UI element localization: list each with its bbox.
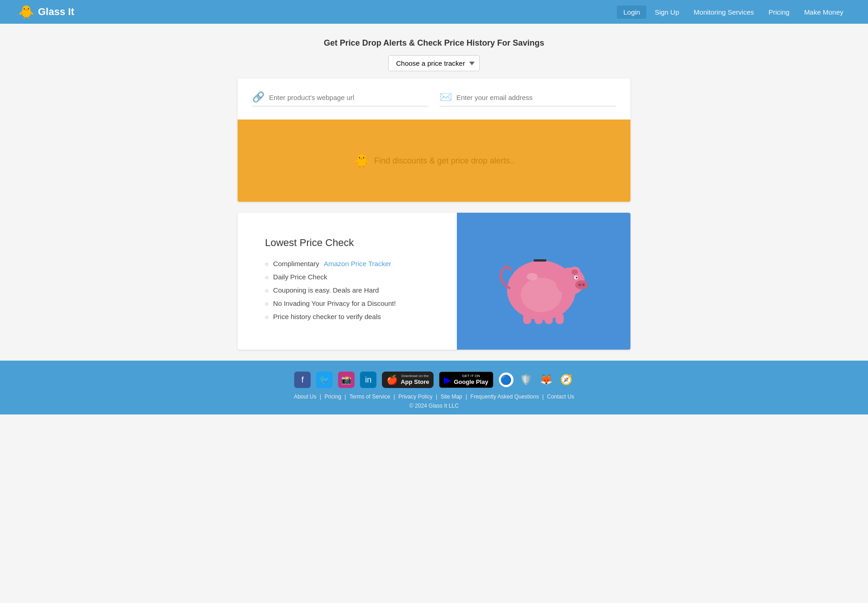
logo-text: Glass It xyxy=(38,6,74,18)
input-row: 🔗 ✉️ xyxy=(238,79,630,120)
svg-rect-14 xyxy=(556,313,564,324)
svg-point-9 xyxy=(576,277,577,278)
svg-point-5 xyxy=(575,280,588,289)
navbar: 🐥 Glass It Login Sign Up Monitoring Serv… xyxy=(0,0,868,24)
footer-copyright: © 2024 Glass It LLC xyxy=(9,403,859,409)
list-item: Daily Price Check xyxy=(265,273,439,281)
features-list: Complimentary Amazon Price Tracker Daily… xyxy=(265,260,439,326)
footer-links: About Us | Pricing | Terms of Service | … xyxy=(9,393,859,400)
url-input-group: 🔗 xyxy=(252,91,429,106)
footer-tos[interactable]: Terms of Service xyxy=(349,393,390,400)
footer: f 🐦 📸 in 🍎 Download on the App Store ▶ G… xyxy=(0,361,868,414)
svg-point-15 xyxy=(527,273,538,280)
footer-about[interactable]: About Us xyxy=(294,393,316,400)
svg-rect-10 xyxy=(534,259,546,262)
nav-links: Login Sign Up Monitoring Services Pricin… xyxy=(617,5,850,19)
nav-login[interactable]: Login xyxy=(617,5,646,19)
browser-icon-1: 🔵 xyxy=(499,372,513,387)
browser-icon-2: 🛡️ xyxy=(519,372,534,387)
list-item: Complimentary Amazon Price Tracker xyxy=(265,260,439,267)
footer-faq[interactable]: Frequently Asked Questions xyxy=(471,393,539,400)
footer-pricing[interactable]: Pricing xyxy=(324,393,341,400)
svg-point-7 xyxy=(582,283,585,286)
email-icon: ✉️ xyxy=(439,91,452,103)
banner-icon: 🐥 xyxy=(354,153,370,168)
facebook-icon[interactable]: f xyxy=(294,372,311,388)
footer-sitemap[interactable]: Site Map xyxy=(440,393,462,400)
footer-social: f 🐦 📸 in 🍎 Download on the App Store ▶ G… xyxy=(9,372,859,388)
features-left: Lowest Price Check Complimentary Amazon … xyxy=(238,213,457,350)
svg-point-6 xyxy=(578,283,581,286)
tracker-select[interactable]: Choose a price tracker Amazon eBay Walma… xyxy=(388,55,480,71)
svg-rect-12 xyxy=(535,315,543,324)
browser-icon-4: 🧭 xyxy=(559,372,574,387)
footer-contact[interactable]: Contact Us xyxy=(547,393,574,400)
amazon-tracker-link[interactable]: Amazon Price Tracker xyxy=(324,260,392,267)
nav-signup[interactable]: Sign Up xyxy=(648,5,685,19)
svg-rect-13 xyxy=(545,315,553,324)
googleplay-badge[interactable]: ▶ GET IT ON Google Play xyxy=(439,372,493,388)
feature-text-2: Couponing is easy. Deals are Hard xyxy=(273,286,379,294)
nav-pricing[interactable]: Pricing xyxy=(762,5,796,19)
instagram-icon[interactable]: 📸 xyxy=(338,372,355,388)
footer-privacy[interactable]: Privacy Policy xyxy=(398,393,433,400)
hero-title: Get Price Drop Alerts & Check Price Hist… xyxy=(9,38,859,48)
nav-makemoney[interactable]: Make Money xyxy=(798,5,850,19)
orange-banner: 🐥 Find discounts & get price drop alerts… xyxy=(238,120,630,202)
browser-icon-3: 🦊 xyxy=(539,372,554,387)
features-card: Lowest Price Check Complimentary Amazon … xyxy=(238,213,630,350)
feature-text-0: Complimentary xyxy=(273,260,319,267)
list-item: Price history checker to verify deals xyxy=(265,313,439,320)
features-right xyxy=(457,213,630,350)
nav-monitoring[interactable]: Monitoring Services xyxy=(688,5,761,19)
linkedin-icon[interactable]: in xyxy=(360,372,376,388)
twitter-icon[interactable]: 🐦 xyxy=(316,372,333,388)
logo-icon: 🐥 xyxy=(18,5,34,20)
piggy-bank-image xyxy=(493,236,594,327)
feature-text-1: Daily Price Check xyxy=(273,273,327,281)
form-card: 🔗 ✉️ 🐥 Find discounts & get price drop a… xyxy=(238,79,630,202)
feature-text-4: Price history checker to verify deals xyxy=(273,313,381,320)
url-icon: 🔗 xyxy=(252,91,265,103)
list-item: No Invading Your Privacy for a Discount! xyxy=(265,299,439,307)
url-input[interactable] xyxy=(269,94,429,101)
appstore-badge[interactable]: 🍎 Download on the App Store xyxy=(382,372,434,388)
logo[interactable]: 🐥 Glass It xyxy=(18,5,74,20)
list-item: Couponing is easy. Deals are Hard xyxy=(265,286,439,294)
hero-section: Get Price Drop Alerts & Check Price Hist… xyxy=(0,24,868,79)
features-title: Lowest Price Check xyxy=(265,237,439,249)
email-input[interactable] xyxy=(456,94,616,101)
feature-text-3: No Invading Your Privacy for a Discount! xyxy=(273,299,396,307)
email-input-group: ✉️ xyxy=(439,91,616,106)
svg-point-4 xyxy=(572,269,578,275)
banner-text: Find discounts & get price drop alerts.. xyxy=(374,156,514,166)
svg-rect-11 xyxy=(523,313,531,324)
